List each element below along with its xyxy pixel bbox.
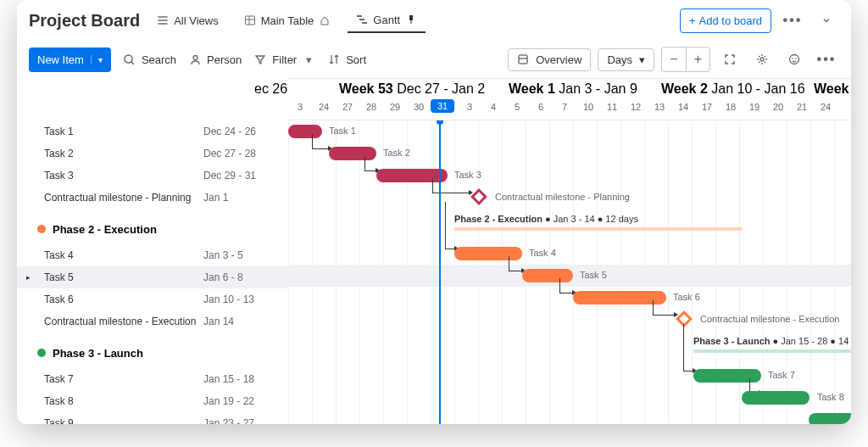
task-name: Task 3 <box>17 170 203 182</box>
group-header[interactable]: Phase 2 - Execution <box>17 214 288 244</box>
day-cell[interactable]: 3 <box>288 102 312 112</box>
bar-label: Task 7 <box>768 370 795 380</box>
dependency-arrow <box>432 178 470 193</box>
sort-label: Sort <box>346 53 366 66</box>
day-cell[interactable]: 7 <box>553 102 576 112</box>
task-dates: Jan 3 - 5 <box>203 249 243 261</box>
task-row[interactable]: Task 1Dec 24 - 26 <box>17 120 288 142</box>
svg-rect-3 <box>362 22 367 24</box>
day-cell[interactable]: 13 <box>648 102 671 112</box>
svg-point-8 <box>760 58 764 61</box>
zoom-in-button[interactable]: + <box>686 47 709 71</box>
task-name: Task 1 <box>17 126 203 137</box>
task-dates: Jan 19 - 22 <box>203 395 254 407</box>
filter-button[interactable]: Filter ▾ <box>253 53 315 66</box>
dependency-arrow <box>445 202 455 249</box>
task-row[interactable]: Contractual milestone - ExecutionJan 14 <box>17 310 288 332</box>
chat-icon[interactable] <box>782 47 807 72</box>
day-cell[interactable]: 11 <box>600 102 624 112</box>
svg-rect-7 <box>519 55 527 64</box>
day-cell[interactable]: 31 <box>431 99 454 113</box>
svg-rect-1 <box>357 15 362 17</box>
task-name: Task 8 <box>17 395 203 407</box>
phase-summary: Phase 2 - Execution ● Jan 3 - 14 ● 12 da… <box>454 214 638 224</box>
group-header[interactable]: Phase 3 - Launch <box>17 338 288 368</box>
day-cell[interactable]: 18 <box>719 102 743 112</box>
chevron-down-icon[interactable]: ▾ <box>91 55 103 64</box>
day-cell[interactable]: 21 <box>790 102 814 112</box>
new-item-button[interactable]: New Item ▾ <box>29 47 111 72</box>
bar-label: Task 2 <box>383 148 410 158</box>
day-cell[interactable]: 4 <box>481 102 505 112</box>
tab-label: Main Table <box>261 14 314 27</box>
bar-label: Task 4 <box>529 248 556 258</box>
task-row[interactable]: Contractual milestone - PlanningJan 1 <box>17 187 288 209</box>
task-row[interactable]: Task 6Jan 10 - 13 <box>17 288 288 310</box>
phase-bar[interactable] <box>454 227 743 231</box>
task-row[interactable]: Task 7Jan 15 - 18 <box>17 368 288 390</box>
chevron-down-icon[interactable] <box>814 8 839 33</box>
day-cell[interactable]: 30 <box>407 102 431 112</box>
more-icon[interactable]: ••• <box>814 47 839 72</box>
day-cell[interactable]: 19 <box>743 102 766 112</box>
day-cell[interactable]: 17 <box>695 102 719 112</box>
task-row[interactable]: Task 4Jan 3 - 5 <box>17 244 288 266</box>
task-row[interactable]: Task 9Jan 23 - 27 <box>17 412 288 424</box>
day-cell[interactable]: 24 <box>814 102 837 112</box>
add-to-board-button[interactable]: + Add to board <box>680 8 771 33</box>
task-row[interactable]: ▸Task 5Jan 6 - 8 <box>17 266 288 288</box>
task-dates: Jan 1 <box>203 192 228 204</box>
gantt-bar[interactable] <box>742 391 810 405</box>
overview-label: Overview <box>536 53 581 66</box>
gantt-bar[interactable] <box>809 413 851 424</box>
gear-icon[interactable] <box>749 47 775 72</box>
fullscreen-icon[interactable] <box>717 47 743 72</box>
person-button[interactable]: Person <box>188 53 242 66</box>
sort-button[interactable]: Sort <box>327 53 366 66</box>
tab-gantt[interactable]: Gantt <box>348 8 426 33</box>
overview-icon <box>517 53 529 65</box>
gantt-icon <box>356 14 368 25</box>
day-cell[interactable]: 6 <box>529 102 553 112</box>
task-row[interactable]: Task 8Jan 19 - 22 <box>17 390 288 412</box>
overview-button[interactable]: Overview <box>508 48 591 71</box>
day-cell[interactable]: 28 <box>359 102 383 112</box>
day-cell[interactable]: 27 <box>336 102 359 112</box>
milestone-label: Contractual milestone - Planning <box>495 192 630 202</box>
task-row[interactable]: Task 3Dec 29 - 31 <box>17 165 288 187</box>
day-cell[interactable]: 12 <box>624 102 648 112</box>
day-cell[interactable]: 29 <box>383 102 407 112</box>
add-board-label: Add to board <box>699 14 762 27</box>
day-cell[interactable]: 24 <box>312 102 336 112</box>
week-label: Week 3 Jan 17 - Jan 23 <box>814 81 851 97</box>
scale-label: Days <box>607 53 632 66</box>
day-cell[interactable]: 3 <box>458 102 481 112</box>
day-cell[interactable]: 14 <box>671 102 695 112</box>
caret-icon[interactable]: ▸ <box>22 271 34 283</box>
week-label: Week 1 Jan 3 - Jan 9 <box>509 81 637 97</box>
tab-all-views[interactable]: All Views <box>148 9 227 32</box>
sort-icon <box>327 53 341 66</box>
week-label: Week 53 Dec 27 - Jan 2 <box>339 81 485 97</box>
tab-main-table[interactable]: Main Table <box>236 9 340 32</box>
group-color-dot <box>37 349 46 357</box>
day-cell[interactable]: 5 <box>505 102 529 112</box>
task-name: Task 5 <box>17 271 203 283</box>
more-icon[interactable]: ••• <box>780 8 805 33</box>
day-cell[interactable]: 20 <box>766 102 790 112</box>
phase-bar[interactable] <box>693 349 851 353</box>
task-row[interactable]: Task 2Dec 27 - 28 <box>17 142 288 165</box>
search-button[interactable]: Search <box>123 53 176 66</box>
plus-icon: + <box>689 14 696 27</box>
zoom-out-button[interactable]: − <box>662 47 686 71</box>
task-dates: Dec 29 - 31 <box>203 170 256 182</box>
scale-select[interactable]: Days ▾ <box>598 48 654 71</box>
task-name: Contractual milestone - Execution <box>17 316 203 327</box>
dependency-arrow <box>509 256 522 271</box>
person-icon <box>188 53 202 66</box>
dependency-arrow <box>364 156 376 171</box>
group-name: Phase 3 - Launch <box>53 347 143 360</box>
day-cell[interactable]: 10 <box>576 102 600 112</box>
task-dates: Jan 6 - 8 <box>203 271 243 283</box>
bar-label: Task 5 <box>580 270 607 280</box>
